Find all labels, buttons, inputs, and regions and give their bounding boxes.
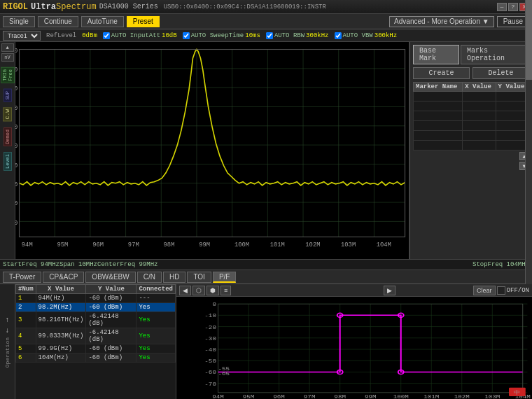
row-y: -60 (dBm) xyxy=(86,294,136,303)
advanced-button[interactable]: Advanced - More Operation ▼ xyxy=(389,16,494,27)
graph-icon2-button[interactable]: ⬢ xyxy=(206,286,219,295)
demod-button[interactable]: Demod xyxy=(4,127,12,146)
svg-text:-30: -30 xyxy=(204,336,216,342)
cn-tab[interactable]: C/N xyxy=(137,272,162,283)
graph-arrow-button[interactable]: ▶ xyxy=(384,286,396,295)
bottom-left-sidebar: ↑ ↓ Operation xyxy=(0,284,15,399)
svg-text:-90.0: -90.0 xyxy=(15,220,18,227)
col-x-value: X Value xyxy=(463,83,496,92)
svg-text:-50: -50 xyxy=(204,358,216,364)
offon-checkbox[interactable] xyxy=(497,286,505,295)
row-x: 98.2M(Hz) xyxy=(36,303,86,312)
auto-vbw-checkbox[interactable] xyxy=(335,32,342,39)
svg-text:-10.0: -10.0 xyxy=(15,66,18,74)
sup-button[interactable]: SUP xyxy=(4,89,12,102)
marks-operation-tab[interactable]: Marks Operation xyxy=(461,45,529,64)
minimize-button[interactable]: — xyxy=(497,3,507,11)
single-button[interactable]: Single xyxy=(3,16,35,27)
row-x: 94M(Hz) xyxy=(36,294,86,303)
cpacp-tab[interactable]: CP&ACP xyxy=(43,272,84,283)
svg-text:100M: 100M xyxy=(393,394,409,399)
spectrum-display: 0.0 -10.0 -20.0 -30.0 -40.0 -50.0 -60.0 … xyxy=(15,42,410,259)
level-button[interactable]: Level xyxy=(4,152,12,171)
delete-marker-button[interactable]: Delete xyxy=(472,67,529,79)
row-num: 3 xyxy=(16,312,36,328)
left-sidebar: ▲ nV TRIGFree SUP C.W Demod Level xyxy=(0,42,15,259)
svg-text:-40.0: -40.0 xyxy=(15,124,18,131)
graph-back-button[interactable]: ◀ xyxy=(179,286,191,295)
center-freq: CenterFreq 99MHz xyxy=(97,261,158,268)
table-row[interactable]: 5 99.9G(Hz) -60 (dBm) Yes xyxy=(16,344,176,354)
function-tabs: T-Power CP&ACP OBW&EBW C/N HD TOI P/F xyxy=(0,270,532,284)
col-connected-header: Connected xyxy=(136,285,176,294)
auto-sweeptime-checkbox[interactable] xyxy=(183,32,190,39)
tpower-tab[interactable]: T-Power xyxy=(3,272,41,283)
auto-vbw-check: AUTO VBW 300kHz xyxy=(335,32,398,39)
auto-inputatt-checkbox[interactable] xyxy=(103,32,110,39)
offon-toggle: OFF/ON xyxy=(497,286,529,295)
svg-text:-65: -65 xyxy=(218,370,230,376)
graph-icon3-button[interactable]: ≡ xyxy=(220,286,231,295)
graph-svg: 0 -10 -20 -30 -40 -50 -60 -70 94M 95M 96… xyxy=(190,297,532,399)
preset-button[interactable]: Preset xyxy=(127,16,160,27)
auto-sweeptime-check: AUTO SweepTime 10ms xyxy=(183,32,260,39)
cw-button[interactable]: C.W xyxy=(3,107,12,121)
up-arrow-button[interactable]: ↑ xyxy=(5,316,9,324)
marker-data-panel: #Num X Value Y Value Connected 1 94M(Hz)… xyxy=(15,284,176,399)
pf-tab[interactable]: P/F xyxy=(213,272,237,283)
row-conn: Yes xyxy=(136,312,176,328)
trace-select[interactable]: Trace1 Trace2 Trace3 xyxy=(3,31,41,41)
help-button[interactable]: ? xyxy=(508,3,518,11)
col-num-header: #Num xyxy=(16,285,36,294)
down-arrow-button[interactable]: ↓ xyxy=(5,327,9,335)
svg-text:99M: 99M xyxy=(199,241,210,248)
auto-inputatt-check: AUTO InputAtt 10dB xyxy=(103,32,177,39)
level-up-button[interactable]: ▲ xyxy=(1,43,14,52)
table-row[interactable]: 2 98.2M(Hz) -60 (dBm) Yes xyxy=(16,303,176,312)
table-row[interactable]: 4 99.0333M(Hz) -6.42148 (dB) Yes xyxy=(16,328,176,344)
obwebw-tab[interactable]: OBW&EBW xyxy=(85,272,135,283)
col-marker-name: Marker Name xyxy=(414,83,463,92)
col-y-header: Y Value xyxy=(86,285,136,294)
titlebar: RIGOL Ultra Spectrum DSA1000 Series USB0… xyxy=(0,0,532,14)
row-num: 1 xyxy=(16,294,36,303)
graph-area: ◀ ⬡ ⬢ ≡ ▶ Clear OFF/ON xyxy=(176,284,532,399)
frequency-bar: StartFreq 94MHz Span 10MHz CenterFreq 99… xyxy=(0,259,532,270)
trig-button[interactable]: TRIGFree xyxy=(1,67,15,83)
row-x: 99.9G(Hz) xyxy=(36,344,86,354)
base-mark-tab[interactable]: Base Mark xyxy=(413,45,459,64)
auto-vbw-label: AUTO VBW xyxy=(343,32,373,39)
create-marker-button[interactable]: Create xyxy=(413,67,470,79)
svg-text:-60: -60 xyxy=(204,370,216,375)
table-row[interactable]: 3 98.216TH(Hz) -6.42148 (dB) Yes xyxy=(16,312,176,328)
auto-rbw-checkbox[interactable] xyxy=(266,32,273,39)
reflevel-label: RefLevel xyxy=(46,32,76,39)
svg-text:中: 中 xyxy=(514,390,520,396)
table-row[interactable]: 1 94M(Hz) -60 (dBm) --- xyxy=(16,294,176,303)
svg-text:101M: 101M xyxy=(424,394,439,399)
brand-ultra: Ultra xyxy=(31,2,56,12)
continue-button[interactable]: Continue xyxy=(38,16,78,27)
marker-table: Marker Name X Value Y Value xyxy=(413,82,529,150)
auto-inputatt-label: AUTO InputAtt xyxy=(111,32,160,39)
graph-icon1-button[interactable]: ⬡ xyxy=(192,286,205,295)
nv-button[interactable]: nV xyxy=(1,53,14,62)
row-y: -6.42148 (dB) xyxy=(86,328,136,344)
brand-series: DSA1000 Series xyxy=(99,3,158,10)
main-area: ▲ nV TRIGFree SUP C.W Demod Level xyxy=(0,42,532,259)
row-num: 6 xyxy=(16,354,36,363)
span-freq: Span 10MHz xyxy=(59,261,97,268)
table-row[interactable]: 6 104M(Hz) -60 (dBm) Yes xyxy=(16,354,176,363)
auto-rbw-label: AUTO RBW xyxy=(274,32,304,39)
svg-text:96M: 96M xyxy=(273,394,285,399)
autotune-button[interactable]: AutoTune xyxy=(81,16,124,27)
toi-tab[interactable]: TOI xyxy=(187,272,211,283)
svg-text:101M: 101M xyxy=(270,241,285,248)
stop-freq: StopFreq 104MHz xyxy=(472,261,529,268)
svg-text:0: 0 xyxy=(212,302,216,307)
auto-rbw-check: AUTO RBW 300kHz xyxy=(266,32,329,39)
row-y: -60 (dBm) xyxy=(86,344,136,354)
hd-tab[interactable]: HD xyxy=(163,272,186,283)
svg-text:97M: 97M xyxy=(128,241,139,248)
clear-button[interactable]: Clear xyxy=(473,286,496,295)
